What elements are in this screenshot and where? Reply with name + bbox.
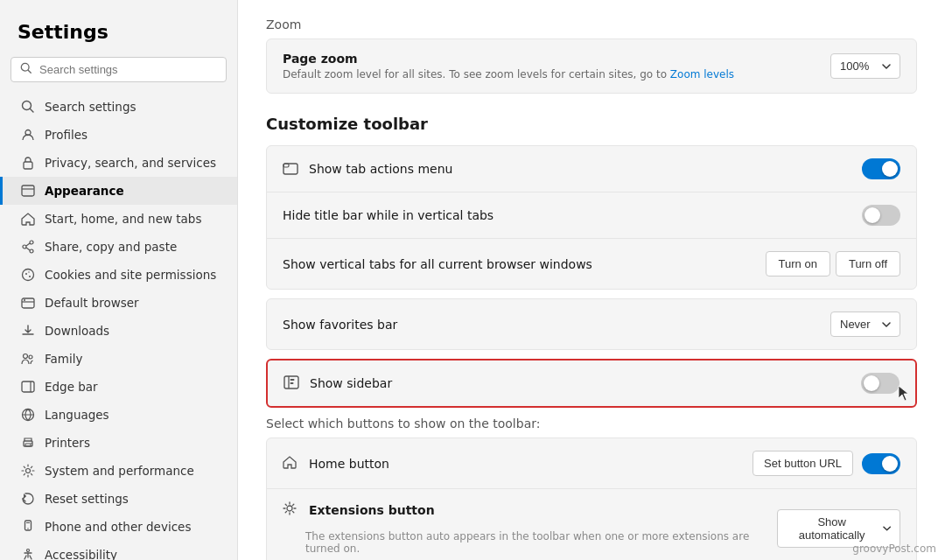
sidebar-item-label-share-copy: Share, copy and paste — [45, 240, 177, 254]
extensions-sublabel: The extensions button auto appears in th… — [283, 530, 777, 555]
reset-nav-icon — [20, 491, 36, 507]
sidebar: Settings Search settings Profiles Privac… — [0, 0, 238, 560]
turn-off-button[interactable]: Turn off — [836, 251, 900, 276]
family-nav-icon — [20, 351, 36, 367]
sidebar-item-system[interactable]: System and performance — [0, 457, 237, 485]
search-input[interactable] — [39, 63, 217, 76]
favorites-bar-row: Show favorites bar Never — [267, 299, 916, 349]
zoom-dropdown[interactable]: 100% — [830, 53, 900, 79]
svg-point-27 — [31, 443, 32, 444]
svg-point-10 — [30, 249, 33, 253]
vertical-tabs-row: Show vertical tabs for all current brows… — [267, 239, 916, 289]
svg-point-28 — [26, 469, 31, 473]
vertical-tabs-left: Show vertical tabs for all current brows… — [283, 257, 592, 271]
sidebar-item-phone[interactable]: Phone and other devices — [0, 513, 237, 541]
set-url-button[interactable]: Set button URL — [752, 451, 853, 476]
favorites-bar-card: Show favorites bar Never — [266, 298, 917, 350]
sidebar-item-cookies[interactable]: Cookies and site permissions — [0, 261, 237, 289]
sidebar-item-accessibility[interactable]: Accessibility — [0, 541, 237, 560]
privacy-nav-icon — [20, 155, 36, 171]
svg-line-12 — [26, 248, 30, 250]
customize-toolbar-section: Customize toolbar Show tab actions menu — [266, 115, 917, 408]
sidebar-item-reset[interactable]: Reset settings — [0, 485, 237, 513]
tab-actions-toggle[interactable] — [862, 158, 900, 179]
svg-point-8 — [30, 241, 33, 244]
tab-actions-row: Show tab actions menu — [267, 146, 916, 192]
start-home-nav-icon — [20, 211, 36, 227]
chevron-down-icon — [882, 62, 891, 71]
sidebar-item-label-appearance: Appearance — [45, 184, 124, 198]
page-zoom-left: Page zoom Default zoom level for all sit… — [283, 52, 734, 80]
sidebar-item-languages[interactable]: Languages — [0, 401, 237, 429]
hide-title-toggle[interactable] — [862, 205, 900, 226]
home-button-label: Home button — [309, 457, 389, 471]
page-zoom-label: Page zoom — [283, 52, 734, 66]
sidebar-row: Show sidebar — [268, 360, 915, 406]
svg-point-2 — [23, 102, 32, 110]
svg-rect-36 — [284, 164, 298, 174]
settings-title: Settings — [0, 14, 237, 57]
svg-rect-6 — [22, 186, 34, 196]
sidebar-item-start-home[interactable]: Start, home, and new tabs — [0, 205, 237, 233]
search-box[interactable] — [10, 57, 227, 82]
sidebar-item-label-family: Family — [45, 352, 82, 366]
search-icon — [20, 62, 32, 77]
sidebar-item-privacy[interactable]: Privacy, search, and services — [0, 149, 237, 177]
select-buttons-label: Select which buttons to show on the tool… — [266, 416, 917, 430]
svg-point-43 — [287, 506, 292, 511]
accessibility-nav-icon — [20, 547, 36, 560]
sidebar-toggle-container — [861, 373, 900, 394]
sidebar-item-label-start-home: Start, home, and new tabs — [45, 212, 201, 226]
zoom-card: Page zoom Default zoom level for all sit… — [266, 38, 917, 94]
sidebar-item-downloads[interactable]: Downloads — [0, 317, 237, 345]
extensions-button-left: Extensions button The extensions button … — [283, 501, 777, 555]
svg-line-1 — [28, 70, 31, 73]
sidebar-item-family[interactable]: Family — [0, 345, 237, 373]
edge-bar-nav-icon — [20, 379, 36, 395]
sidebar-item-printers[interactable]: Printers — [0, 429, 237, 457]
sidebar-item-label-privacy: Privacy, search, and services — [45, 156, 216, 170]
sidebar-card: Show sidebar — [266, 359, 917, 408]
svg-line-11 — [26, 243, 30, 246]
favorites-bar-dropdown[interactable]: Never — [830, 312, 900, 337]
svg-point-30 — [27, 528, 28, 528]
printers-nav-icon — [20, 435, 36, 451]
zoom-levels-link[interactable]: Zoom levels — [670, 68, 734, 80]
cookies-nav-icon — [20, 267, 36, 283]
sidebar-item-label-default-browser: Default browser — [45, 296, 139, 310]
default-browser-nav-icon — [20, 295, 36, 311]
svg-marker-42 — [899, 386, 908, 401]
svg-point-13 — [23, 270, 34, 281]
turn-on-button[interactable]: Turn on — [766, 251, 830, 276]
sidebar-row-label: Show sidebar — [310, 376, 392, 390]
sidebar-item-label-phone: Phone and other devices — [45, 520, 191, 534]
sidebar-item-edge-bar[interactable]: Edge bar — [0, 373, 237, 401]
sidebar-item-label-printers: Printers — [45, 436, 90, 450]
search-settings-nav-icon — [20, 99, 36, 115]
sidebar-toggle[interactable] — [861, 373, 900, 394]
chevron-down-icon — [882, 320, 891, 329]
tab-actions-label: Show tab actions menu — [309, 162, 452, 176]
cursor-icon — [898, 385, 912, 402]
extensions-button-row: Extensions button The extensions button … — [267, 489, 916, 560]
page-zoom-row: Page zoom Default zoom level for all sit… — [283, 52, 900, 80]
extensions-button-right: Show automatically — [777, 509, 900, 548]
home-button-row: Home button Set button URL — [267, 438, 916, 489]
sidebar-item-profiles[interactable]: Profiles — [0, 121, 237, 149]
extensions-dropdown[interactable]: Show automatically — [777, 509, 900, 548]
hide-title-label: Hide title bar while in vertical tabs — [283, 208, 494, 222]
sidebar-item-search-settings[interactable]: Search settings — [0, 93, 237, 121]
sidebar-item-default-browser[interactable]: Default browser — [0, 289, 237, 317]
sidebar-item-appearance[interactable]: Appearance — [0, 177, 237, 205]
home-button-toggle[interactable] — [862, 453, 900, 474]
sidebar-item-share-copy[interactable]: Share, copy and paste — [0, 233, 237, 261]
sidebar-item-label-cookies: Cookies and site permissions — [45, 268, 216, 282]
svg-point-32 — [27, 550, 30, 552]
watermark: groovyPost.com — [852, 542, 936, 555]
sidebar-item-label-accessibility: Accessibility — [45, 548, 117, 560]
select-buttons-section: Select which buttons to show on the tool… — [266, 416, 917, 560]
svg-rect-22 — [22, 382, 34, 392]
downloads-nav-icon — [20, 323, 36, 339]
sidebar-item-label-profiles: Profiles — [45, 128, 88, 142]
svg-rect-26 — [25, 444, 31, 446]
